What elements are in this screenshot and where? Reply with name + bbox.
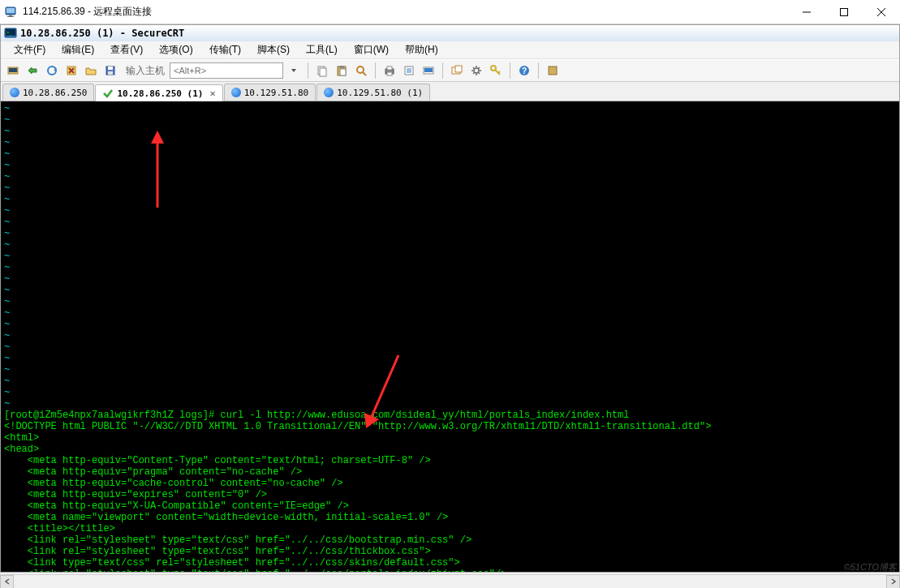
- svg-marker-46: [151, 131, 164, 144]
- toolbar: 输入主机 ?: [1, 59, 899, 82]
- toolbar-properties-icon[interactable]: [400, 62, 418, 79]
- securecrt-window: >_ 10.28.86.250 (1) - SecureCRT 文件(F) 编辑…: [0, 24, 900, 573]
- menu-transfer[interactable]: 传输(T): [201, 41, 249, 58]
- svg-point-25: [357, 67, 364, 73]
- tab-label: 10.129.51.80: [244, 88, 308, 98]
- svg-rect-44: [549, 67, 557, 75]
- scroll-left-icon[interactable]: [0, 575, 14, 589]
- toolbar-copy-icon[interactable]: [313, 62, 331, 79]
- menu-tools[interactable]: 工具(L): [298, 41, 346, 58]
- securecrt-icon: >_: [4, 27, 17, 40]
- toolbar-settings-icon[interactable]: [467, 62, 485, 79]
- svg-rect-5: [841, 8, 848, 15]
- host-input[interactable]: [170, 62, 283, 79]
- svg-rect-19: [108, 71, 113, 75]
- tab-label: 10.28.86.250: [23, 88, 87, 98]
- menu-file[interactable]: 文件(F): [6, 41, 54, 58]
- svg-rect-18: [108, 67, 113, 70]
- tab-label: 10.129.51.80 (1): [337, 88, 423, 98]
- toolbar-paste-icon[interactable]: [333, 62, 351, 79]
- svg-rect-35: [424, 68, 433, 72]
- toolbar-open-icon[interactable]: [82, 62, 100, 79]
- svg-rect-3: [7, 16, 14, 17]
- tab-3[interactable]: 10.129.51.80 (1): [317, 84, 430, 101]
- svg-rect-24: [340, 69, 346, 75]
- menu-script[interactable]: 脚本(S): [249, 41, 298, 58]
- minimize-button[interactable]: [788, 0, 825, 24]
- svg-rect-37: [455, 66, 462, 72]
- tab-0[interactable]: 10.28.86.250: [2, 84, 94, 101]
- crt-title: 10.28.86.250 (1) - SecureCRT: [20, 28, 184, 39]
- window-controls: [788, 0, 900, 24]
- terminal-output[interactable]: ~ ~ ~ ~ ~ ~ ~ ~ ~ ~ ~ ~ ~ ~ ~ ~ ~ ~ ~ ~ …: [1, 101, 899, 572]
- menu-options[interactable]: 选项(O): [151, 41, 200, 58]
- toolbar-key-icon[interactable]: [487, 62, 505, 79]
- toolbar-newtab-icon[interactable]: [448, 62, 466, 79]
- toolbar-help-icon[interactable]: ?: [515, 62, 533, 79]
- rdp-title: 114.215.86.39 - 远程桌面连接: [23, 5, 152, 19]
- toolbar-dropdown-icon[interactable]: [285, 62, 303, 79]
- svg-point-38: [474, 68, 479, 73]
- session-tabs: 10.28.86.250 10.28.86.250 (1) ✕ 10.129.5…: [1, 82, 899, 101]
- status-dot-icon: [231, 88, 241, 97]
- tab-close-icon[interactable]: ✕: [209, 88, 215, 99]
- menu-view[interactable]: 查看(V): [102, 41, 151, 58]
- menu-edit[interactable]: 编辑(E): [54, 41, 102, 58]
- rdp-titlebar: 114.215.86.39 - 远程桌面连接: [0, 0, 900, 24]
- horizontal-scrollbar[interactable]: [0, 574, 900, 588]
- svg-line-41: [498, 71, 500, 73]
- menu-help[interactable]: 帮助(H): [397, 41, 446, 58]
- toolbar-print-icon[interactable]: [381, 62, 398, 79]
- svg-text:?: ?: [522, 67, 527, 75]
- status-dot-icon: [10, 88, 19, 97]
- crt-titlebar: >_ 10.28.86.250 (1) - SecureCRT: [1, 25, 899, 41]
- svg-rect-23: [339, 66, 344, 68]
- host-label: 输入主机: [126, 64, 165, 78]
- svg-rect-28: [387, 67, 392, 70]
- toolbar-disconnect-icon[interactable]: [62, 62, 80, 79]
- toolbar-save-icon[interactable]: [101, 62, 119, 79]
- tab-1[interactable]: 10.28.86.250 (1) ✕: [95, 84, 222, 101]
- svg-rect-21: [320, 68, 326, 76]
- status-dot-icon: [324, 88, 334, 97]
- menu-window[interactable]: 窗口(W): [346, 41, 397, 58]
- svg-rect-29: [387, 72, 392, 75]
- toolbar-quick-connect-icon[interactable]: [24, 62, 41, 79]
- svg-text:>_: >_: [6, 29, 13, 36]
- maximize-button[interactable]: [825, 0, 863, 24]
- menu-bar: 文件(F) 编辑(E) 查看(V) 选项(O) 传输(T) 脚本(S) 工具(L…: [1, 41, 899, 59]
- close-button[interactable]: [863, 0, 900, 24]
- svg-rect-12: [9, 68, 17, 72]
- annotation-arrow-down: [358, 328, 407, 455]
- svg-rect-1: [6, 8, 15, 13]
- tab-2[interactable]: 10.129.51.80: [224, 84, 316, 101]
- toolbar-connect-icon[interactable]: [4, 62, 22, 79]
- svg-line-26: [363, 72, 366, 75]
- tab-label: 10.28.86.250 (1): [117, 88, 203, 99]
- toolbar-session-icon[interactable]: [420, 62, 437, 79]
- scroll-right-icon[interactable]: [886, 575, 900, 589]
- toolbar-reconnect-icon[interactable]: [43, 62, 61, 79]
- rdp-icon: [5, 6, 18, 19]
- toolbar-find-icon[interactable]: [352, 62, 370, 79]
- check-icon: [102, 88, 114, 99]
- svg-rect-2: [9, 15, 12, 16]
- toolbar-misc-icon[interactable]: [544, 62, 562, 79]
- annotation-arrow-up: [145, 108, 180, 234]
- scroll-track[interactable]: [14, 575, 886, 588]
- watermark: ©51CTO博客: [844, 561, 897, 573]
